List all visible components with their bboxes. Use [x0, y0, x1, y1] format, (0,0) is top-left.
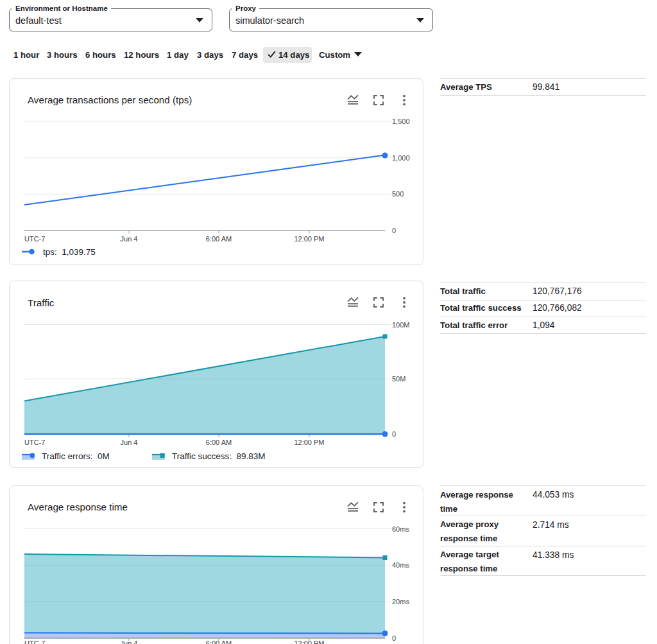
svg-text:6:00 AM: 6:00 AM — [206, 235, 232, 243]
svg-text:0: 0 — [392, 634, 396, 642]
svg-text:1,500: 1,500 — [392, 117, 410, 125]
svg-text:Jun 4: Jun 4 — [121, 439, 138, 446]
svg-text:0: 0 — [392, 430, 396, 438]
svg-text:6:00 AM: 6:00 AM — [206, 640, 232, 644]
svg-text:100M: 100M — [392, 321, 410, 329]
svg-text:Jun 4: Jun 4 — [121, 235, 138, 243]
svg-text:12:00 PM: 12:00 PM — [294, 235, 324, 243]
svg-text:12:00 PM: 12:00 PM — [294, 439, 324, 446]
svg-text:Traffic success: 89.83M: Traffic success: 89.83M — [172, 451, 266, 461]
svg-text:500: 500 — [392, 190, 404, 198]
svg-text:UTC-7: UTC-7 — [24, 439, 45, 446]
svg-text:60ms: 60ms — [392, 525, 409, 533]
svg-text:0: 0 — [392, 227, 396, 234]
svg-text:UTC-7: UTC-7 — [24, 235, 45, 243]
svg-text:Jun 4: Jun 4 — [121, 640, 138, 644]
svg-text:6:00 AM: 6:00 AM — [206, 439, 232, 446]
svg-text:12:00 PM: 12:00 PM — [294, 640, 324, 644]
svg-text:20ms: 20ms — [392, 598, 409, 605]
svg-text:Traffic errors: 0M: Traffic errors: 0M — [42, 451, 110, 461]
svg-text:50M: 50M — [392, 375, 405, 383]
svg-text:1,000: 1,000 — [392, 154, 410, 162]
svg-text:UTC-7: UTC-7 — [24, 640, 45, 644]
svg-text:tps: 1,039.75: tps: 1,039.75 — [43, 247, 96, 257]
svg-text:40ms: 40ms — [392, 561, 409, 569]
